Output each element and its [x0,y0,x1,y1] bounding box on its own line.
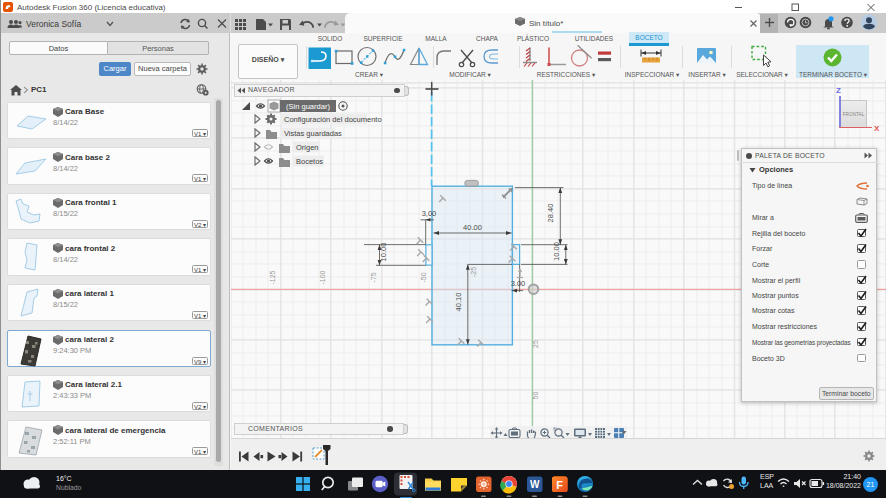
svg-text:X: X [874,124,880,132]
svg-text:-125: -125 [269,270,276,284]
svg-text:40.00: 40.00 [463,223,482,232]
svg-text:10.00: 10.00 [552,242,561,261]
svg-text:W: W [530,479,540,490]
svg-text:-25: -25 [470,267,477,277]
svg-text:-50: -50 [420,272,427,282]
svg-text:Origen: Origen [296,143,319,152]
svg-text:Z: Z [836,86,841,95]
svg-text:Bocetos: Bocetos [296,157,323,166]
svg-text:-100: -100 [319,270,326,284]
svg-text:3.00: 3.00 [511,279,526,288]
svg-text:28.40: 28.40 [546,204,555,223]
svg-text:40.10: 40.10 [454,293,463,312]
svg-text:Vistas guardadas: Vistas guardadas [284,129,342,138]
svg-text:3,00: 3,00 [422,209,437,218]
svg-text:-75: -75 [370,272,377,282]
svg-text:10.00: 10.00 [379,243,388,262]
svg-text:F: F [556,479,563,491]
svg-text:(Sin guardar): (Sin guardar) [286,102,330,111]
svg-text:50: 50 [532,392,539,400]
svg-text:25: 25 [532,340,539,348]
svg-text:Configuración del documento: Configuración del documento [284,115,382,124]
